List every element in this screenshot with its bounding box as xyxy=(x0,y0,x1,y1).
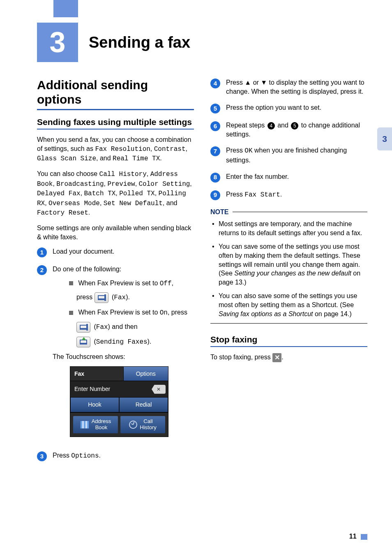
subsection-rule xyxy=(210,346,367,347)
step-number-icon: 3 xyxy=(37,451,47,461)
ts-redial-button[interactable]: Redial xyxy=(119,398,168,412)
text: You can also save some of the settings y… xyxy=(219,292,357,308)
square-bullet-icon xyxy=(69,311,73,315)
text: , press xyxy=(168,309,187,316)
setting-name: Factory Reset xyxy=(37,209,88,217)
fax-icon xyxy=(76,322,90,333)
setting-name: Color Setting xyxy=(139,180,190,188)
text: and xyxy=(277,122,290,129)
step-number-icon: 2 xyxy=(37,265,47,275)
text: . xyxy=(160,155,161,162)
step-7: 7 Press OK when you are finished changin… xyxy=(210,146,367,164)
step-5: 5 Press the option you want to set. xyxy=(210,103,367,113)
inline-step-ref-icon: 4 xyxy=(267,122,275,130)
address-book-icon xyxy=(80,421,89,429)
page-number: 11 xyxy=(349,533,367,540)
setting-name: Delayed Fax xyxy=(37,190,81,197)
substep: When Fax Preview is set to Off, press (F… xyxy=(69,279,194,303)
text: , xyxy=(190,180,191,187)
text: press xyxy=(76,294,95,301)
step-text: Press ▲ or ▼ to display the setting you … xyxy=(226,78,367,96)
ts-title: Fax xyxy=(70,367,123,381)
section-rule xyxy=(37,109,194,110)
step-2: 2 Do one of the following: When Fax Prev… xyxy=(37,265,194,444)
step-number-icon: 9 xyxy=(210,190,220,200)
top-accent-bar xyxy=(53,0,78,17)
fax-icon xyxy=(95,292,108,303)
text: , xyxy=(96,155,100,162)
cross-reference-link[interactable]: Setting your changes as the new default xyxy=(234,270,351,277)
text: . xyxy=(88,209,90,216)
text: ) and then xyxy=(108,323,138,330)
step-text: Enter the fax number. xyxy=(226,172,367,181)
step-number-icon: 7 xyxy=(210,146,220,156)
text: Repeat steps xyxy=(226,122,267,129)
text: ). xyxy=(126,294,130,301)
step-4: 4 Press ▲ or ▼ to display the setting yo… xyxy=(210,78,367,96)
text: , xyxy=(150,145,154,152)
text: Press xyxy=(226,147,244,154)
left-column: Additional sending options Sending faxes… xyxy=(37,78,194,469)
ts-address-book-button[interactable]: Address Book xyxy=(73,416,118,433)
ts-label: Address Book xyxy=(92,419,111,431)
text: , xyxy=(135,180,139,187)
ts-label: Call History xyxy=(140,419,156,431)
text: , xyxy=(45,199,48,206)
step-number-icon: 4 xyxy=(210,79,220,88)
intro-paragraph-1: When you send a fax, you can choose a co… xyxy=(37,135,194,164)
step-3: 3 Press Options. xyxy=(37,451,194,461)
substep: When Fax Preview is set to On, press (Fa… xyxy=(69,308,194,347)
step-text: Load your document. xyxy=(53,247,194,256)
text: To stop faxing, press xyxy=(210,354,272,361)
stop-faxing-text: To stop faxing, press ✕. xyxy=(210,353,367,362)
text: and xyxy=(166,199,178,206)
setting-name: Contrast xyxy=(154,146,186,153)
value-on: On xyxy=(160,309,168,317)
right-column: 4 Press ▲ or ▼ to display the setting yo… xyxy=(210,78,367,469)
step-9: 9 Press Fax Start. xyxy=(210,190,367,200)
ts-options-button[interactable]: Options xyxy=(123,367,168,381)
subsection-heading: Stop faxing xyxy=(210,334,367,345)
step-text: Press the option you want to set. xyxy=(226,103,367,112)
step-6: 6 Repeat steps 4 and 5 to change additio… xyxy=(210,121,367,139)
ts-call-history-button[interactable]: Call History xyxy=(120,416,165,433)
cross-reference-link[interactable]: Saving fax options as a Shortcut xyxy=(219,310,313,317)
setting-name: Preview xyxy=(107,180,135,188)
setting-name: Batch TX xyxy=(84,190,116,197)
text: Press xyxy=(226,191,244,198)
step-number-icon: 5 xyxy=(210,104,220,113)
text: You can also choose xyxy=(37,170,99,177)
ts-enter-number[interactable]: Enter Number xyxy=(70,381,149,397)
text: and xyxy=(100,155,113,162)
step-number-icon: 8 xyxy=(210,173,220,183)
chapter-title: Sending a fax xyxy=(89,34,190,51)
sending-faxes-label: Sending Faxes xyxy=(96,338,148,346)
note-item: You can save some of the settings you us… xyxy=(219,242,367,287)
setting-name: Real Time TX xyxy=(113,155,160,162)
subsection-rule xyxy=(37,129,194,130)
intro-paragraph-3: Some settings are only available when se… xyxy=(37,224,194,241)
touchscreen-preview: Fax Options Enter Number ✕ Hook Redial xyxy=(70,366,168,437)
setting-name: Fax Resolution xyxy=(95,146,150,153)
setting-name: Set New Default xyxy=(104,200,163,207)
clock-icon xyxy=(129,421,137,429)
backspace-icon[interactable]: ✕ xyxy=(152,385,166,394)
text: . xyxy=(99,452,101,459)
step-text: Do one of the following: xyxy=(53,265,194,274)
cancel-x-icon: ✕ xyxy=(272,353,281,362)
ts-hook-button[interactable]: Hook xyxy=(70,398,119,412)
step-8: 8 Enter the fax number. xyxy=(210,172,367,183)
text: When Fax Preview is set to xyxy=(78,309,159,316)
value-off: Off xyxy=(160,280,172,287)
setting-name: Call History xyxy=(99,171,147,178)
text: . xyxy=(280,191,282,198)
fax-label: Fax xyxy=(114,294,126,302)
fax-label: Fax xyxy=(96,324,108,331)
note-block: NOTE Most settings are temporary, and th… xyxy=(210,208,367,324)
text: . xyxy=(281,354,283,361)
inline-step-ref-icon: 5 xyxy=(291,122,298,130)
text: When Fax Preview is set to xyxy=(78,280,159,287)
subsection-heading: Sending faxes using multiple settings xyxy=(37,117,194,127)
fax-start-label: Fax Start xyxy=(244,191,280,199)
text: , xyxy=(53,180,56,187)
